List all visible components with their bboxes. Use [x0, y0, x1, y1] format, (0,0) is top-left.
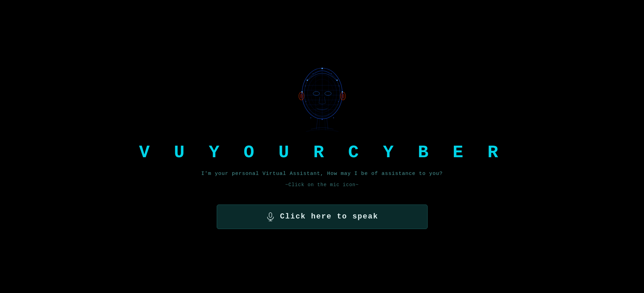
- svg-point-34: [338, 101, 338, 102]
- app-subtitle: I'm your personal Virtual Assistant, How…: [201, 171, 443, 177]
- svg-point-31: [305, 85, 306, 86]
- svg-point-40: [336, 79, 337, 80]
- svg-point-30: [331, 73, 331, 74]
- svg-line-44: [325, 119, 325, 130]
- svg-point-35: [321, 119, 323, 120]
- microphone-icon: [266, 212, 275, 222]
- svg-point-39: [307, 79, 308, 80]
- svg-point-28: [333, 117, 334, 118]
- svg-point-38: [301, 91, 302, 93]
- svg-point-21: [341, 93, 345, 98]
- avatar-wireframe: [292, 63, 353, 134]
- speak-button[interactable]: Click here to speak: [217, 205, 428, 229]
- svg-point-33: [306, 101, 306, 102]
- svg-point-25: [301, 93, 302, 94]
- app-title: V U Y O U R C Y B E R: [139, 143, 505, 163]
- svg-point-32: [338, 85, 339, 86]
- svg-point-26: [342, 93, 343, 94]
- svg-point-19: [300, 93, 303, 98]
- svg-point-17: [325, 91, 331, 95]
- svg-line-41: [316, 118, 317, 129]
- mic-instruction: ~Click on the mic icon~: [285, 182, 359, 188]
- svg-line-42: [327, 118, 328, 129]
- svg-point-29: [313, 73, 313, 74]
- svg-point-37: [342, 91, 343, 93]
- svg-point-36: [321, 68, 323, 69]
- speak-button-label: Click here to speak: [280, 212, 378, 221]
- svg-point-16: [313, 91, 319, 95]
- svg-line-43: [319, 119, 319, 130]
- svg-point-27: [310, 117, 311, 118]
- avatar: [288, 64, 356, 132]
- main-container: V U Y O U R C Y B E R I'm your personal …: [139, 64, 505, 229]
- svg-rect-45: [269, 213, 272, 217]
